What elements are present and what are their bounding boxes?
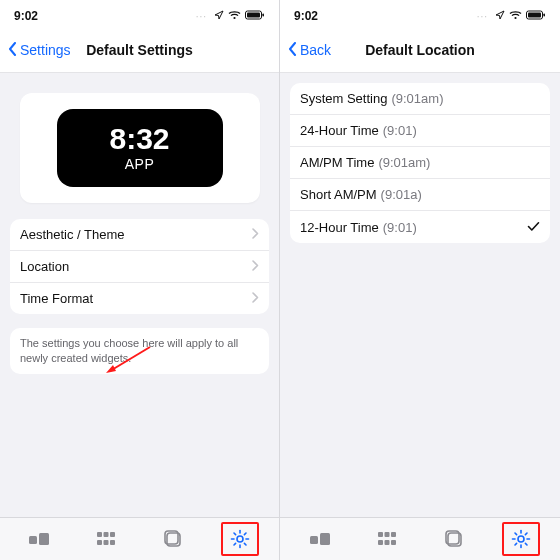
- carrier-dots: ···: [477, 11, 488, 22]
- svg-rect-28: [543, 13, 545, 16]
- row-label: Time Format: [20, 291, 93, 306]
- option-example: (9:01a): [381, 187, 422, 202]
- svg-rect-6: [29, 536, 37, 544]
- wifi-icon: [228, 9, 241, 23]
- widget-subtitle: APP: [125, 156, 155, 172]
- svg-point-25: [514, 17, 516, 19]
- tab-grid[interactable]: [89, 524, 123, 554]
- chevron-right-icon: [252, 259, 259, 274]
- screen-default-settings: 9:02 ··· Settings Defau: [0, 0, 280, 560]
- svg-rect-10: [110, 532, 115, 537]
- svg-point-0: [233, 17, 235, 19]
- tab-widgets[interactable]: [303, 524, 337, 554]
- chevron-right-icon: [252, 291, 259, 306]
- carrier-dots: ···: [196, 11, 207, 22]
- tab-bar: [280, 517, 560, 560]
- clock-widget: 8:32 APP: [57, 109, 223, 187]
- chevron-left-icon: [8, 42, 17, 59]
- back-label: Settings: [20, 42, 71, 58]
- battery-icon: [245, 9, 265, 23]
- option-24-hour[interactable]: 24-Hour Time (9:01): [290, 115, 550, 147]
- svg-rect-3: [262, 13, 264, 16]
- time-format-options: System Setting (9:01am) 24-Hour Time (9:…: [290, 83, 550, 243]
- row-label: Location: [20, 259, 69, 274]
- row-aesthetic-theme[interactable]: Aesthetic / Theme: [10, 219, 269, 251]
- tab-create[interactable]: [156, 524, 190, 554]
- option-label: 24-Hour Time: [300, 123, 379, 138]
- option-ampm[interactable]: AM/PM Time (9:01am): [290, 147, 550, 179]
- annotation-highlight: [221, 522, 259, 556]
- screen-time-format: 9:02 ··· Back Default L: [280, 0, 560, 560]
- status-time: 9:02: [294, 9, 318, 23]
- svg-rect-36: [391, 540, 396, 545]
- tab-create[interactable]: [437, 524, 471, 554]
- tab-bar: [0, 517, 279, 560]
- checkmark-icon: [527, 219, 540, 235]
- option-label: AM/PM Time: [300, 155, 374, 170]
- status-bar: 9:02 ···: [0, 0, 279, 28]
- svg-rect-13: [110, 540, 115, 545]
- svg-rect-27: [528, 12, 541, 17]
- back-label: Back: [300, 42, 331, 58]
- status-time: 9:02: [14, 9, 38, 23]
- svg-rect-33: [391, 532, 396, 537]
- chevron-right-icon: [252, 227, 259, 242]
- option-system-setting[interactable]: System Setting (9:01am): [290, 83, 550, 115]
- settings-note: The settings you choose here will apply …: [10, 328, 269, 374]
- row-label: Aesthetic / Theme: [20, 227, 125, 242]
- option-example: (9:01): [383, 123, 417, 138]
- widget-time: 8:32: [109, 124, 169, 154]
- option-label: Short AM/PM: [300, 187, 377, 202]
- tab-settings[interactable]: [504, 524, 538, 554]
- svg-rect-7: [39, 533, 49, 545]
- tab-grid[interactable]: [370, 524, 404, 554]
- svg-rect-35: [384, 540, 389, 545]
- tab-widgets[interactable]: [22, 524, 56, 554]
- svg-rect-30: [320, 533, 330, 545]
- nav-bar: Back Default Location: [280, 28, 560, 73]
- svg-rect-2: [247, 12, 260, 17]
- option-label: 12-Hour Time: [300, 220, 379, 235]
- svg-rect-31: [378, 532, 383, 537]
- nav-bar: Settings Default Settings: [0, 28, 279, 73]
- option-example: (9:01): [383, 220, 417, 235]
- option-example: (9:01am): [391, 91, 443, 106]
- status-bar: 9:02 ···: [280, 0, 560, 28]
- row-time-format[interactable]: Time Format: [10, 283, 269, 314]
- svg-rect-9: [104, 532, 109, 537]
- back-button[interactable]: Settings: [8, 42, 71, 59]
- battery-icon: [526, 9, 546, 23]
- annotation-highlight: [502, 522, 540, 556]
- svg-rect-29: [310, 536, 318, 544]
- wifi-icon: [509, 9, 522, 23]
- svg-rect-32: [384, 532, 389, 537]
- settings-list: Aesthetic / Theme Location Time Format: [10, 219, 269, 314]
- location-arrow-icon: [495, 9, 505, 23]
- back-button[interactable]: Back: [288, 42, 331, 59]
- tab-settings[interactable]: [223, 524, 257, 554]
- option-label: System Setting: [300, 91, 387, 106]
- svg-rect-8: [97, 532, 102, 537]
- option-example: (9:01am): [378, 155, 430, 170]
- location-arrow-icon: [214, 9, 224, 23]
- widget-preview: 8:32 APP: [20, 93, 260, 203]
- option-12-hour[interactable]: 12-Hour Time (9:01): [290, 211, 550, 243]
- svg-rect-12: [104, 540, 109, 545]
- svg-rect-34: [378, 540, 383, 545]
- option-short-ampm[interactable]: Short AM/PM (9:01a): [290, 179, 550, 211]
- svg-rect-11: [97, 540, 102, 545]
- row-location[interactable]: Location: [10, 251, 269, 283]
- chevron-left-icon: [288, 42, 297, 59]
